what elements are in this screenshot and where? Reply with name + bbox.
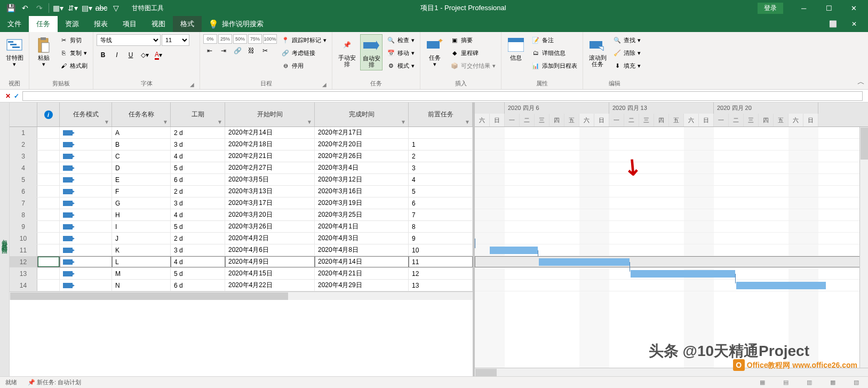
- gantt-timescale[interactable]: 2020 四月 62020 四月 132020 四月 20 六日一二三四五六日一…: [475, 102, 868, 127]
- cell-finish[interactable]: 2020年2月17日: [315, 127, 409, 138]
- cell-name[interactable]: L: [112, 256, 171, 267]
- cell-finish[interactable]: 2020年3月4日: [315, 162, 409, 173]
- cell-indicator[interactable]: [37, 139, 60, 150]
- tab-project[interactable]: 项目: [115, 16, 144, 32]
- gantt-row[interactable]: [475, 174, 868, 186]
- indent-button[interactable]: ⇥: [217, 45, 230, 57]
- cell-predecessors[interactable]: 3: [409, 162, 473, 173]
- cut-button[interactable]: ✂剪切: [57, 34, 90, 46]
- view-usage-icon[interactable]: ▤: [779, 378, 792, 387]
- chevron-down-icon[interactable]: ▼: [104, 119, 109, 125]
- gantt-row[interactable]: [475, 244, 868, 256]
- cell-duration[interactable]: 6 d: [171, 280, 225, 291]
- table-row[interactable]: 9 I 5 d 2020年3月26日 2020年4月1日 8: [10, 221, 473, 233]
- gantt-row[interactable]: [475, 151, 868, 162]
- cell-duration[interactable]: 2 d: [171, 233, 225, 244]
- cell-name[interactable]: E: [112, 174, 171, 185]
- cell-indicator[interactable]: [37, 127, 60, 138]
- cell-duration[interactable]: 6 d: [171, 174, 225, 185]
- cell-finish[interactable]: 2020年4月29日: [315, 280, 409, 291]
- font-size-select[interactable]: 11: [162, 34, 189, 46]
- maximize-icon[interactable]: ☐: [817, 1, 841, 15]
- qat-btn-3[interactable]: ▤▾: [81, 2, 93, 14]
- table-row[interactable]: 10 J 2 d 2020年4月2日 2020年4月3日 9: [10, 233, 473, 244]
- status-new-task[interactable]: 📌 新任务: 自动计划: [28, 378, 81, 386]
- respect-links-button[interactable]: 🔗考虑链接: [279, 47, 329, 59]
- gantt-bar[interactable]: [539, 258, 630, 266]
- tab-format[interactable]: 格式: [173, 16, 202, 32]
- milestone-button[interactable]: ◆里程碑: [448, 47, 498, 59]
- col-task-name[interactable]: 任务名称▼: [112, 102, 171, 126]
- gantt-bar[interactable]: [631, 270, 735, 278]
- cell-finish[interactable]: 2020年2月26日: [315, 151, 409, 162]
- cell-duration[interactable]: 3 d: [171, 197, 225, 209]
- cell-indicator[interactable]: [37, 151, 60, 162]
- find-button[interactable]: 🔍查找 ▾: [611, 34, 643, 46]
- tab-view[interactable]: 视图: [144, 16, 173, 32]
- cell-name[interactable]: C: [112, 151, 171, 162]
- deactivate-button[interactable]: ⊖停用: [279, 60, 329, 72]
- gantt-row[interactable]: [475, 139, 868, 151]
- col-start[interactable]: 开始时间▼: [225, 102, 315, 126]
- gantt-row[interactable]: [475, 186, 868, 197]
- collapse-ribbon-icon[interactable]: ︿: [857, 77, 865, 87]
- cell-name[interactable]: B: [112, 139, 171, 150]
- row-number[interactable]: 12: [10, 256, 37, 267]
- chevron-down-icon[interactable]: ▼: [163, 119, 168, 125]
- entry-cancel-icon[interactable]: ✕: [5, 92, 11, 100]
- gantt-row[interactable]: [475, 233, 868, 244]
- cell-predecessors[interactable]: 7: [409, 209, 473, 220]
- cell-name[interactable]: J: [112, 233, 171, 244]
- pct-25-button[interactable]: 25%: [218, 34, 232, 44]
- cell-predecessors[interactable]: 9: [409, 233, 473, 244]
- cell-predecessors[interactable]: 4: [409, 174, 473, 185]
- cell-mode[interactable]: [60, 233, 112, 244]
- scroll-to-task-button[interactable]: 滚动到任务: [586, 34, 609, 69]
- cell-start[interactable]: 2020年2月14日: [225, 127, 315, 138]
- redo-icon[interactable]: ↷: [33, 2, 46, 14]
- cell-start[interactable]: 2020年4月6日: [225, 244, 315, 256]
- add-timeline-button[interactable]: 📊添加到日程表: [529, 60, 579, 72]
- cell-start[interactable]: 2020年2月21日: [225, 151, 315, 162]
- link-tasks-button[interactable]: 🔗: [231, 45, 244, 57]
- cell-predecessors[interactable]: 11: [409, 256, 473, 267]
- cell-mode[interactable]: [60, 268, 112, 279]
- table-row[interactable]: 13 M 5 d 2020年4月15日 2020年4月21日 12: [10, 268, 473, 280]
- cell-indicator[interactable]: [37, 256, 60, 267]
- cell-duration[interactable]: 5 d: [171, 162, 225, 173]
- cell-finish[interactable]: 2020年4月3日: [315, 233, 409, 244]
- cell-finish[interactable]: 2020年4月8日: [315, 244, 409, 256]
- row-number[interactable]: 13: [10, 268, 37, 279]
- unlink-tasks-button[interactable]: ⛓: [245, 45, 258, 57]
- cell-duration[interactable]: 4 d: [171, 209, 225, 220]
- cell-finish[interactable]: 2020年4月21日: [315, 268, 409, 279]
- summary-button[interactable]: ▣摘要: [448, 34, 498, 46]
- font-name-select[interactable]: 等线: [97, 34, 161, 46]
- row-number[interactable]: 2: [10, 139, 37, 150]
- gantt-row[interactable]: [475, 197, 868, 209]
- cell-mode[interactable]: [60, 127, 112, 138]
- auto-schedule-button[interactable]: 自动安排: [360, 34, 383, 70]
- cell-indicator[interactable]: [37, 209, 60, 220]
- table-row[interactable]: 12 L 4 d 2020年4月9日 2020年4月14日 11: [10, 256, 473, 268]
- qat-customize-icon[interactable]: ▽: [109, 2, 122, 14]
- undo-icon[interactable]: ↶: [19, 2, 31, 14]
- paste-button[interactable]: 粘贴▾: [33, 34, 55, 69]
- col-task-mode[interactable]: 任务模式▼: [60, 102, 112, 126]
- gantt-row[interactable]: [475, 127, 868, 139]
- cell-start[interactable]: 2020年4月15日: [225, 268, 315, 279]
- cell-duration[interactable]: 2 d: [171, 186, 225, 197]
- cell-indicator[interactable]: [37, 221, 60, 232]
- table-row[interactable]: 2 B 3 d 2020年2月18日 2020年2月20日 1: [10, 139, 473, 151]
- cell-name[interactable]: F: [112, 186, 171, 197]
- cell-start[interactable]: 2020年2月18日: [225, 139, 315, 150]
- table-row[interactable]: 3 C 4 d 2020年2月21日 2020年2月26日 2: [10, 151, 473, 162]
- underline-button[interactable]: U: [124, 49, 137, 61]
- split-task-button[interactable]: ✂: [259, 45, 272, 57]
- cell-mode[interactable]: [60, 174, 112, 185]
- cell-name[interactable]: A: [112, 127, 171, 138]
- row-number[interactable]: 3: [10, 151, 37, 162]
- gantt-chart-button[interactable]: 甘特图▾: [3, 34, 26, 69]
- details-button[interactable]: 🗂详细信息: [529, 47, 579, 59]
- cell-finish[interactable]: 2020年3月25日: [315, 209, 409, 220]
